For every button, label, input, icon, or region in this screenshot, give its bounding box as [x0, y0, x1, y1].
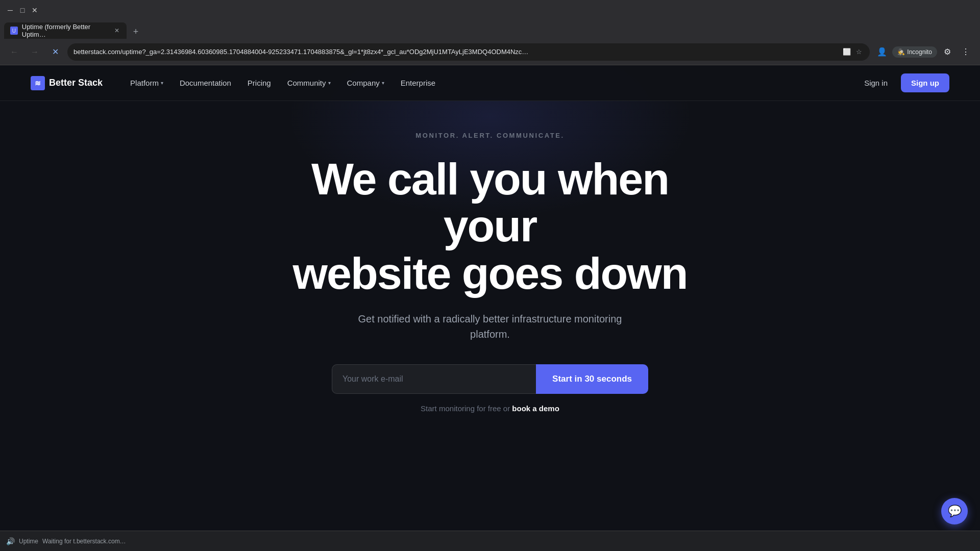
profile-button[interactable]: 👤: [874, 44, 890, 60]
book-demo-link[interactable]: book a demo: [512, 404, 559, 413]
toolbar-right: 👤 🕵 Incognito ⚙ ⋮: [874, 44, 974, 60]
address-bar[interactable]: betterstack.com/uptime?_ga=2.31436984.60…: [67, 43, 870, 61]
incognito-badge: 🕵 Incognito: [892, 46, 937, 58]
tab-close-button[interactable]: ✕: [113, 27, 120, 35]
bottom-tab-label: Uptime: [19, 538, 38, 545]
signin-button[interactable]: Sign in: [857, 74, 895, 91]
bottom-bar: 🔊 Uptime Waiting for t.betterstack.com…: [0, 531, 980, 551]
cta-button[interactable]: Start in 30 seconds: [536, 364, 648, 394]
navbar: ≋ Better Stack Platform ▾ Documentation …: [0, 65, 980, 101]
logo-text: Better Stack: [49, 78, 103, 88]
tab-title: Uptime (formerly Better Uptim…: [22, 23, 109, 38]
hero-form: Start in 30 seconds: [332, 364, 648, 394]
forward-button[interactable]: →: [27, 44, 43, 60]
extensions-button[interactable]: ⚙: [939, 44, 955, 60]
nav-item-company[interactable]: Company ▾: [340, 74, 391, 91]
nav-item-community[interactable]: Community ▾: [280, 74, 338, 91]
signup-button[interactable]: Sign up: [901, 73, 949, 92]
nav-item-pricing[interactable]: Pricing: [240, 74, 278, 91]
active-tab[interactable]: U Uptime (formerly Better Uptim… ✕: [4, 22, 127, 39]
new-tab-button[interactable]: +: [129, 24, 143, 39]
nav-pricing-label: Pricing: [248, 79, 271, 87]
browser-chrome: ─ □ ✕ U Uptime (formerly Better Uptim… ✕…: [0, 0, 980, 65]
chat-widget-icon: 💬: [948, 505, 962, 518]
browser-toolbar: ← → ✕ betterstack.com/uptime?_ga=2.31436…: [0, 39, 980, 65]
window-controls: ─ □ ✕: [6, 6, 39, 14]
nav-item-documentation[interactable]: Documentation: [173, 74, 238, 91]
nav-company-label: Company: [347, 79, 380, 87]
reload-button[interactable]: ✕: [47, 44, 63, 60]
tab-favicon: U: [10, 27, 18, 35]
hero-footnote: Start monitoring for free or book a demo: [421, 404, 559, 413]
email-input[interactable]: [332, 364, 536, 394]
nav-item-enterprise[interactable]: Enterprise: [394, 74, 443, 91]
screen-cast-icon[interactable]: ⬜: [842, 47, 851, 57]
minimize-button[interactable]: ─: [6, 6, 14, 14]
page-content: ≋ Better Stack Platform ▾ Documentation …: [0, 65, 980, 551]
platform-chevron-icon: ▾: [161, 80, 163, 86]
hero-title-line2: website goes down: [293, 248, 688, 298]
audio-icon: 🔊: [6, 537, 15, 545]
logo[interactable]: ≋ Better Stack: [31, 76, 103, 90]
nav-item-platform[interactable]: Platform ▾: [123, 74, 170, 91]
maximize-button[interactable]: □: [18, 6, 27, 14]
nav-documentation-label: Documentation: [180, 79, 231, 87]
nav-enterprise-label: Enterprise: [401, 79, 435, 87]
nav-community-label: Community: [287, 79, 326, 87]
chat-widget[interactable]: 💬: [941, 498, 968, 524]
community-chevron-icon: ▾: [328, 80, 331, 86]
hero-subtitle: Get notified with a radically better inf…: [337, 311, 643, 342]
back-button[interactable]: ←: [6, 44, 22, 60]
hero-title-line1: We call you when your: [311, 154, 669, 251]
tab-bar: U Uptime (formerly Better Uptim… ✕ +: [0, 20, 980, 39]
nav-links: Platform ▾ Documentation Pricing Communi…: [123, 74, 857, 91]
footnote-text: Start monitoring for free or: [421, 404, 512, 413]
address-text: betterstack.com/uptime?_ga=2.31436984.60…: [74, 48, 838, 56]
bookmark-icon[interactable]: ☆: [854, 47, 864, 57]
nav-right: Sign in Sign up: [857, 73, 949, 92]
hero-title: We call you when your website goes down: [260, 156, 720, 297]
browser-titlebar: ─ □ ✕: [0, 0, 980, 20]
menu-button[interactable]: ⋮: [958, 44, 974, 60]
nav-platform-label: Platform: [130, 79, 159, 87]
incognito-label: Incognito: [907, 48, 932, 56]
close-button[interactable]: ✕: [31, 6, 39, 14]
logo-icon: ≋: [31, 76, 45, 90]
status-text: Waiting for t.betterstack.com…: [42, 538, 126, 545]
hero-eyebrow: MONITOR. ALERT. COMMUNICATE.: [415, 132, 564, 139]
incognito-icon: 🕵: [897, 48, 905, 56]
company-chevron-icon: ▾: [382, 80, 384, 86]
hero-section: MONITOR. ALERT. COMMUNICATE. We call you…: [0, 101, 980, 433]
address-icons: ⬜ ☆: [842, 47, 864, 57]
